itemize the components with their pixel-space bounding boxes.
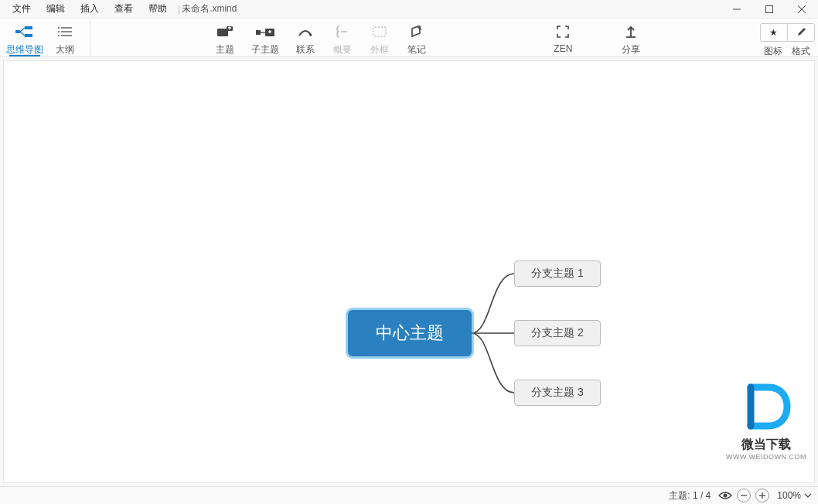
- svg-rect-26: [373, 27, 386, 36]
- branch-topic-2[interactable]: 分支主题 2: [514, 320, 601, 346]
- svg-rect-1: [766, 5, 773, 12]
- canvas-sheet: 中心主题 分支主题 1 分支主题 2 分支主题 3 微当下载 WWW.WEIDO…: [3, 60, 815, 483]
- watermark-url: WWW.WEIDOWN.COM: [726, 453, 806, 461]
- view-outline-button[interactable]: 大纲: [46, 20, 84, 56]
- share-button[interactable]: 分享: [612, 20, 649, 56]
- eye-icon: [718, 491, 732, 500]
- relationship-icon: [298, 25, 313, 39]
- insert-relationship-label: 联系: [296, 43, 315, 56]
- view-outline-label: 大纲: [56, 43, 74, 56]
- window-controls: [721, 0, 818, 19]
- zen-icon: [557, 25, 569, 39]
- status-topic-counter: 主题: 1 / 4: [669, 489, 711, 502]
- insert-notes-label: 笔记: [407, 43, 426, 56]
- toolbar-group-insert: 主题 子主题 联系 概要 外框: [206, 20, 435, 56]
- brush-icon: [796, 27, 806, 38]
- document-filename: 未命名.xmind: [182, 2, 237, 15]
- minus-icon: [740, 492, 748, 499]
- title-separator: |: [178, 4, 180, 15]
- canvas[interactable]: 中心主题 分支主题 1 分支主题 2 分支主题 3 微当下载 WWW.WEIDO…: [0, 57, 818, 486]
- svg-line-6: [20, 32, 25, 36]
- menu-help[interactable]: 帮助: [141, 0, 175, 18]
- menu-file[interactable]: 文件: [5, 0, 39, 18]
- svg-point-30: [724, 494, 728, 498]
- zen-button[interactable]: ZEN: [544, 20, 581, 56]
- format-panel-button[interactable]: [787, 23, 815, 42]
- topic-icon: [217, 25, 233, 39]
- outline-icon: [58, 25, 72, 39]
- status-topic-current: 1: [693, 490, 698, 501]
- window-minimize-button[interactable]: [721, 0, 753, 19]
- mindmap-icon: [15, 25, 34, 39]
- svg-rect-15: [217, 29, 228, 36]
- insert-summary-label: 概要: [333, 43, 352, 56]
- central-topic[interactable]: 中心主题: [348, 310, 472, 356]
- window-close-button[interactable]: [786, 0, 818, 19]
- insert-notes-button[interactable]: 笔记: [398, 20, 435, 56]
- insert-relationship-button[interactable]: 联系: [287, 20, 324, 56]
- watermark-text: 微当下载: [726, 437, 806, 453]
- icons-panel-label: 图标: [759, 45, 787, 58]
- toolbar-group-panels: ★ 图标 格式: [759, 20, 815, 56]
- view-mindmap-button[interactable]: 思维导图: [3, 20, 46, 56]
- notes-icon: [411, 25, 423, 39]
- zoom-in-button[interactable]: [755, 489, 769, 502]
- close-icon: [797, 5, 806, 14]
- watermark: 微当下载 WWW.WEIDOWN.COM: [726, 380, 806, 461]
- svg-rect-8: [25, 34, 32, 37]
- zoom-out-button[interactable]: [737, 489, 751, 502]
- subtopic-icon: [256, 25, 274, 39]
- svg-rect-19: [256, 30, 261, 35]
- icons-panel-button[interactable]: ★: [760, 23, 788, 42]
- statusbar: 主题: 1 / 4 100%: [0, 486, 818, 504]
- menu-edit[interactable]: 编辑: [39, 0, 73, 18]
- window-maximize-button[interactable]: [753, 0, 786, 19]
- watermark-logo-icon: [739, 380, 793, 434]
- insert-topic-button[interactable]: 主题: [206, 20, 244, 56]
- menu-view[interactable]: 查看: [107, 0, 141, 18]
- status-visibility-button[interactable]: [718, 491, 732, 500]
- boundary-icon: [373, 25, 387, 39]
- zoom-level[interactable]: 100%: [777, 490, 812, 501]
- mindmap-connectors: [4, 61, 814, 482]
- zen-label: ZEN: [554, 43, 572, 54]
- insert-boundary-button[interactable]: 外框: [361, 20, 398, 56]
- insert-summary-button[interactable]: 概要: [324, 20, 361, 56]
- svg-rect-7: [25, 26, 32, 29]
- insert-subtopic-button[interactable]: 子主题: [244, 20, 287, 56]
- status-topic-total: 4: [706, 490, 711, 501]
- toolbar-group-share: 分享: [612, 20, 649, 56]
- toolbar: 思维导图 大纲 主题 子主题 联系: [0, 19, 818, 57]
- toolbar-group-mode: ZEN: [544, 20, 581, 56]
- share-label: 分享: [622, 43, 640, 56]
- branch-topic-1[interactable]: 分支主题 1: [514, 261, 601, 287]
- chevron-down-icon: [804, 493, 812, 498]
- maximize-icon: [765, 5, 774, 14]
- view-mindmap-label: 思维导图: [6, 43, 43, 56]
- toolbar-group-view: 思维导图 大纲: [3, 20, 90, 56]
- plus-icon: [758, 492, 766, 499]
- titlebar: 文件 编辑 插入 查看 帮助 | 未命名.xmind: [0, 0, 818, 19]
- insert-boundary-label: 外框: [370, 43, 389, 56]
- insert-subtopic-label: 子主题: [251, 43, 279, 56]
- summary-icon: [336, 25, 349, 39]
- mindmap-diagram: 中心主题 分支主题 1 分支主题 2 分支主题 3: [4, 61, 814, 482]
- svg-line-5: [20, 28, 25, 32]
- zoom-level-value: 100%: [777, 490, 801, 501]
- status-topic-label: 主题:: [669, 489, 690, 502]
- menu-insert[interactable]: 插入: [73, 0, 107, 18]
- svg-rect-4: [15, 30, 20, 33]
- menu-bar: 文件 编辑 插入 查看 帮助: [0, 0, 175, 18]
- insert-topic-label: 主题: [216, 43, 234, 56]
- format-panel-label: 格式: [787, 45, 815, 58]
- share-icon: [625, 25, 637, 39]
- branch-topic-3[interactable]: 分支主题 3: [514, 380, 601, 406]
- minimize-icon: [732, 5, 741, 14]
- star-icon: ★: [769, 27, 778, 38]
- status-topic-sep: /: [700, 490, 703, 501]
